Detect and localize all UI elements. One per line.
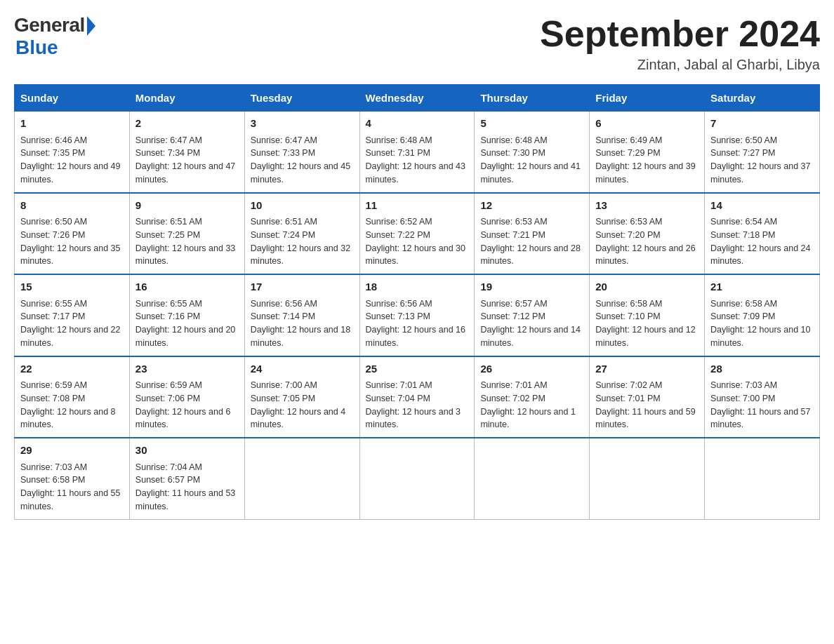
sunset-text: Sunset: 7:01 PM bbox=[595, 394, 660, 403]
sunrise-text: Sunrise: 6:54 AM bbox=[710, 217, 777, 227]
sunrise-text: Sunrise: 7:01 AM bbox=[480, 380, 547, 390]
sunrise-text: Sunrise: 6:49 AM bbox=[595, 135, 662, 145]
sunrise-text: Sunrise: 6:56 AM bbox=[366, 299, 432, 309]
sunset-text: Sunset: 7:06 PM bbox=[135, 394, 200, 403]
sunrise-text: Sunrise: 6:57 AM bbox=[480, 299, 547, 309]
logo-general-text: General bbox=[14, 14, 85, 36]
table-row: 27 Sunrise: 7:02 AM Sunset: 7:01 PM Dayl… bbox=[590, 356, 705, 438]
sunrise-text: Sunrise: 6:53 AM bbox=[595, 217, 662, 227]
daylight-text: Daylight: 12 hours and 35 minutes. bbox=[20, 243, 120, 267]
day-number: 4 bbox=[366, 116, 469, 132]
sunset-text: Sunset: 7:20 PM bbox=[595, 230, 660, 240]
daylight-text: Daylight: 12 hours and 22 minutes. bbox=[20, 325, 120, 348]
sunset-text: Sunset: 7:16 PM bbox=[135, 311, 200, 321]
sunrise-text: Sunrise: 6:53 AM bbox=[480, 217, 547, 227]
header-sunday: Sunday bbox=[15, 85, 130, 112]
day-number: 7 bbox=[710, 116, 814, 132]
page-header: General Blue September 2024 Zintan, Jaba… bbox=[14, 14, 820, 73]
day-number: 18 bbox=[366, 279, 469, 295]
daylight-text: Daylight: 12 hours and 24 minutes. bbox=[710, 243, 810, 267]
table-row: 18 Sunrise: 6:56 AM Sunset: 7:13 PM Dayl… bbox=[359, 274, 475, 356]
table-row: 15 Sunrise: 6:55 AM Sunset: 7:17 PM Dayl… bbox=[15, 274, 130, 356]
sunrise-text: Sunrise: 6:47 AM bbox=[135, 135, 202, 145]
daylight-text: Daylight: 12 hours and 26 minutes. bbox=[595, 243, 695, 267]
table-row: 21 Sunrise: 6:58 AM Sunset: 7:09 PM Dayl… bbox=[705, 274, 820, 356]
day-number: 29 bbox=[20, 443, 124, 459]
sunrise-text: Sunrise: 7:03 AM bbox=[710, 380, 777, 390]
daylight-text: Daylight: 12 hours and 37 minutes. bbox=[710, 161, 810, 185]
header-wednesday: Wednesday bbox=[359, 85, 475, 112]
table-row bbox=[359, 438, 475, 519]
sunrise-text: Sunrise: 6:58 AM bbox=[710, 299, 777, 309]
sunset-text: Sunset: 7:26 PM bbox=[20, 230, 85, 240]
sunrise-text: Sunrise: 6:48 AM bbox=[480, 135, 547, 145]
sunset-text: Sunset: 7:34 PM bbox=[135, 148, 200, 158]
table-row: 2 Sunrise: 6:47 AM Sunset: 7:34 PM Dayli… bbox=[129, 112, 244, 193]
day-number: 6 bbox=[595, 116, 699, 132]
table-row: 12 Sunrise: 6:53 AM Sunset: 7:21 PM Dayl… bbox=[475, 193, 590, 275]
location-text: Zintan, Jabal al Gharbi, Libya bbox=[540, 57, 820, 73]
daylight-text: Daylight: 12 hours and 39 minutes. bbox=[595, 161, 695, 185]
daylight-text: Daylight: 12 hours and 20 minutes. bbox=[135, 325, 235, 348]
daylight-text: Daylight: 12 hours and 47 minutes. bbox=[135, 161, 235, 185]
daylight-text: Daylight: 11 hours and 55 minutes. bbox=[20, 488, 120, 511]
table-row: 1 Sunrise: 6:46 AM Sunset: 7:35 PM Dayli… bbox=[15, 112, 130, 193]
table-row: 29 Sunrise: 7:03 AM Sunset: 6:58 PM Dayl… bbox=[15, 438, 130, 519]
sunset-text: Sunset: 7:29 PM bbox=[595, 148, 660, 158]
sunset-text: Sunset: 7:25 PM bbox=[135, 230, 200, 240]
table-row bbox=[475, 438, 590, 519]
daylight-text: Daylight: 12 hours and 30 minutes. bbox=[366, 243, 465, 267]
sunrise-text: Sunrise: 6:58 AM bbox=[595, 299, 662, 309]
sunrise-text: Sunrise: 6:50 AM bbox=[20, 217, 87, 227]
sunset-text: Sunset: 7:00 PM bbox=[710, 394, 775, 403]
sunset-text: Sunset: 7:04 PM bbox=[366, 394, 430, 403]
table-row: 23 Sunrise: 6:59 AM Sunset: 7:06 PM Dayl… bbox=[129, 356, 244, 438]
day-number: 27 bbox=[595, 361, 699, 377]
calendar-table: Sunday Monday Tuesday Wednesday Thursday… bbox=[14, 84, 820, 520]
daylight-text: Daylight: 12 hours and 32 minutes. bbox=[251, 243, 350, 267]
sunrise-text: Sunrise: 7:03 AM bbox=[20, 462, 87, 472]
day-number: 30 bbox=[135, 443, 239, 459]
table-row: 9 Sunrise: 6:51 AM Sunset: 7:25 PM Dayli… bbox=[129, 193, 244, 275]
table-row: 26 Sunrise: 7:01 AM Sunset: 7:02 PM Dayl… bbox=[475, 356, 590, 438]
day-number: 5 bbox=[480, 116, 583, 132]
logo: General Blue bbox=[14, 14, 95, 59]
sunrise-text: Sunrise: 6:59 AM bbox=[20, 380, 87, 390]
table-row bbox=[244, 438, 359, 519]
sunrise-text: Sunrise: 6:55 AM bbox=[20, 299, 87, 309]
daylight-text: Daylight: 12 hours and 1 minute. bbox=[480, 407, 576, 430]
calendar-week-row: 22 Sunrise: 6:59 AM Sunset: 7:08 PM Dayl… bbox=[15, 356, 820, 438]
calendar-week-row: 8 Sunrise: 6:50 AM Sunset: 7:26 PM Dayli… bbox=[15, 193, 820, 275]
day-number: 20 bbox=[595, 279, 699, 295]
day-number: 13 bbox=[595, 198, 699, 214]
sunset-text: Sunset: 7:08 PM bbox=[20, 394, 85, 403]
table-row: 16 Sunrise: 6:55 AM Sunset: 7:16 PM Dayl… bbox=[129, 274, 244, 356]
table-row: 7 Sunrise: 6:50 AM Sunset: 7:27 PM Dayli… bbox=[705, 112, 820, 193]
table-row: 24 Sunrise: 7:00 AM Sunset: 7:05 PM Dayl… bbox=[244, 356, 359, 438]
day-number: 15 bbox=[20, 279, 124, 295]
daylight-text: Daylight: 12 hours and 16 minutes. bbox=[366, 325, 465, 348]
sunset-text: Sunset: 7:21 PM bbox=[480, 230, 545, 240]
table-row: 3 Sunrise: 6:47 AM Sunset: 7:33 PM Dayli… bbox=[244, 112, 359, 193]
day-number: 26 bbox=[480, 361, 583, 377]
daylight-text: Daylight: 12 hours and 33 minutes. bbox=[135, 243, 235, 267]
table-row: 30 Sunrise: 7:04 AM Sunset: 6:57 PM Dayl… bbox=[129, 438, 244, 519]
sunset-text: Sunset: 7:05 PM bbox=[251, 394, 315, 403]
table-row: 14 Sunrise: 6:54 AM Sunset: 7:18 PM Dayl… bbox=[705, 193, 820, 275]
sunset-text: Sunset: 7:14 PM bbox=[251, 311, 315, 321]
day-number: 25 bbox=[366, 361, 469, 377]
calendar-header-row: Sunday Monday Tuesday Wednesday Thursday… bbox=[15, 85, 820, 112]
day-number: 11 bbox=[366, 198, 469, 214]
table-row: 13 Sunrise: 6:53 AM Sunset: 7:20 PM Dayl… bbox=[590, 193, 705, 275]
sunset-text: Sunset: 7:09 PM bbox=[710, 311, 775, 321]
logo-blue-text: Blue bbox=[15, 36, 58, 59]
day-number: 2 bbox=[135, 116, 239, 132]
day-number: 14 bbox=[710, 198, 814, 214]
header-monday: Monday bbox=[129, 85, 244, 112]
table-row bbox=[590, 438, 705, 519]
sunrise-text: Sunrise: 6:51 AM bbox=[135, 217, 202, 227]
month-title: September 2024 bbox=[540, 14, 820, 54]
table-row: 10 Sunrise: 6:51 AM Sunset: 7:24 PM Dayl… bbox=[244, 193, 359, 275]
table-row: 19 Sunrise: 6:57 AM Sunset: 7:12 PM Dayl… bbox=[475, 274, 590, 356]
sunset-text: Sunset: 7:17 PM bbox=[20, 311, 85, 321]
